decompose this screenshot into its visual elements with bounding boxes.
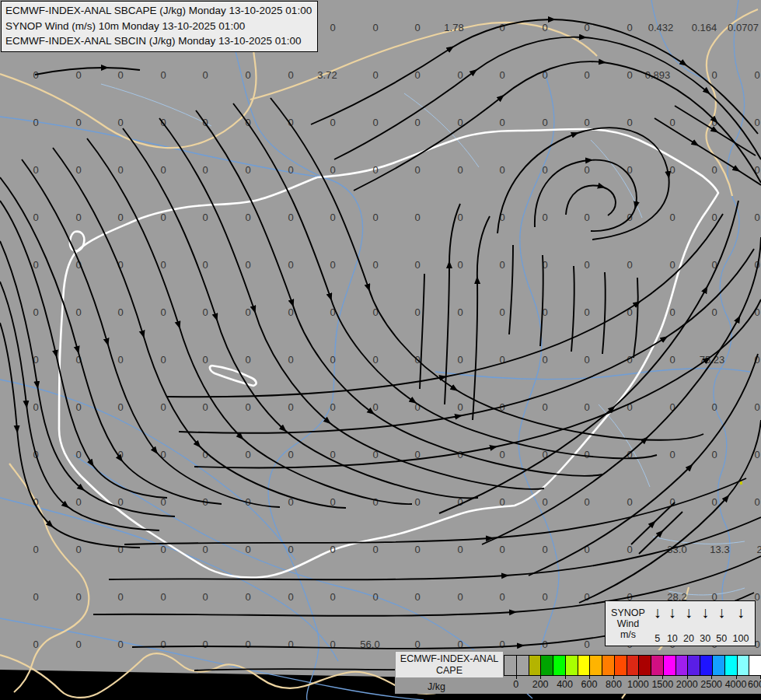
cape-color-swatch	[713, 656, 725, 675]
cape-tick-label: 0	[513, 679, 518, 690]
grid-value: 0	[202, 212, 208, 223]
grid-value: 0	[584, 496, 589, 508]
cape-color-swatch	[651, 656, 664, 675]
grid-value: 0	[75, 401, 81, 413]
grid-value: 0	[202, 544, 208, 555]
grid-value: 0	[457, 544, 463, 555]
grid-value: 0	[330, 212, 335, 223]
cape-tick-label: 800	[606, 679, 622, 690]
cape-color-swatch	[590, 656, 602, 675]
cape-legend-unit: J/kg	[428, 681, 445, 692]
wind-arrow-down-icon: ↓	[668, 602, 676, 622]
grid-value: 0	[414, 544, 420, 555]
grid-value: 0	[117, 496, 123, 508]
grid-value: 0	[33, 164, 38, 176]
grid-value: 0	[584, 164, 589, 176]
title-line-sbcape: ECMWF-INDEX-ANAL SBCAPE (J/kg) Monday 13…	[5, 3, 312, 19]
grid-value: 0	[457, 354, 463, 366]
grid-value: 0	[288, 449, 293, 460]
grid-value: 13.3	[710, 544, 729, 555]
wind-legend-unit: m/s	[620, 629, 636, 640]
wind-speed-column: ↓30	[700, 602, 710, 644]
grid-value: 0	[117, 117, 123, 128]
grid-value: 0	[669, 449, 675, 460]
wind-arrow-down-icon: ↓	[654, 602, 662, 622]
grid-value: 0	[754, 69, 759, 81]
grid-value: 0	[711, 401, 717, 413]
cape-tick-label: 6000	[748, 679, 761, 690]
grid-value: 0	[542, 401, 547, 413]
grid-value: 0	[117, 69, 123, 81]
grid-value: 0	[75, 212, 81, 223]
grid-value: 0	[372, 401, 378, 413]
grid-value: 0	[117, 544, 123, 555]
wind-speed-column: ↓10	[667, 602, 678, 644]
grid-value: 0	[330, 22, 335, 33]
grid-value: 0	[499, 117, 504, 128]
grid-value: 0	[330, 449, 335, 460]
grid-value: 0	[627, 22, 632, 33]
grid-value: 0	[542, 164, 547, 176]
grid-value: 0	[33, 401, 38, 413]
grid-value: 0	[372, 22, 378, 33]
grid-value: 0	[711, 306, 717, 318]
grid-value: 0	[202, 639, 208, 650]
wind-legend-title: SYNOP Wind m/s	[606, 601, 651, 646]
grid-value: 3.72	[317, 69, 337, 81]
grid-value: 0	[117, 354, 123, 366]
grid-value: 0.0707	[728, 22, 759, 33]
grid-value: 0	[245, 164, 250, 176]
grid-value: 0	[117, 164, 123, 176]
grid-value: 0	[117, 639, 123, 650]
cape-color-swatch	[602, 656, 615, 675]
grid-value: 0	[160, 164, 166, 176]
grid-value: 0	[160, 401, 166, 413]
grid-value: 0	[75, 69, 81, 81]
grid-value: 0	[160, 306, 166, 318]
wind-speed-column: ↓50	[716, 602, 727, 644]
grid-value: 0	[499, 306, 504, 318]
cape-color-swatch	[517, 656, 529, 675]
map-background	[0, 0, 761, 700]
grid-value: 0	[160, 212, 166, 223]
wind-arrow-down-icon: ↓	[737, 602, 745, 622]
wind-speed-column: ↓20	[683, 602, 694, 644]
grid-value: 0	[457, 401, 463, 413]
grid-value: 0	[584, 259, 589, 271]
grid-value: 0	[75, 117, 81, 128]
wind-speed-label: 30	[700, 634, 710, 644]
cape-tick-label: 600	[581, 679, 598, 690]
grid-value: 0	[414, 306, 420, 318]
grid-value: 0	[330, 496, 335, 508]
grid-value: 2	[756, 544, 761, 555]
grid-value: 0	[584, 354, 589, 366]
grid-value: 0.432	[648, 22, 674, 33]
cape-colorbar-ticks: 0200400600800100015002000250040006000	[504, 676, 761, 693]
grid-value: 0	[542, 544, 547, 555]
grid-value: 0	[457, 306, 463, 318]
grid-value: 0	[669, 117, 675, 128]
grid-value: 0	[584, 306, 589, 318]
grid-value: 0	[372, 259, 378, 271]
cape-tick-label: 1500	[651, 679, 673, 690]
grid-value: 0	[33, 591, 38, 603]
grid-value: 0	[245, 259, 250, 271]
grid-value: 0	[542, 117, 547, 128]
grid-value: 0	[754, 496, 759, 508]
grid-value: 0	[160, 639, 166, 650]
grid-value: 0	[330, 544, 335, 555]
cape-colorbar	[504, 655, 761, 676]
wind-legend: SYNOP Wind m/s ↓5↓10↓20↓30↓50↓100	[605, 600, 756, 646]
grid-value: 0	[33, 259, 38, 271]
grid-value: 0	[372, 117, 378, 128]
grid-value: 0	[372, 212, 378, 223]
grid-value: 0	[245, 401, 250, 413]
cape-color-swatch	[627, 656, 640, 675]
grid-value: 0	[33, 544, 38, 555]
grid-value: 0	[33, 117, 38, 128]
cape-legend-label-box: ECMWF-INDEX-ANAL CAPE	[396, 652, 503, 677]
grid-value: 0	[669, 306, 675, 318]
cape-color-swatch	[676, 656, 689, 675]
grid-value: 0	[499, 591, 504, 603]
grid-value: 0	[457, 212, 463, 223]
